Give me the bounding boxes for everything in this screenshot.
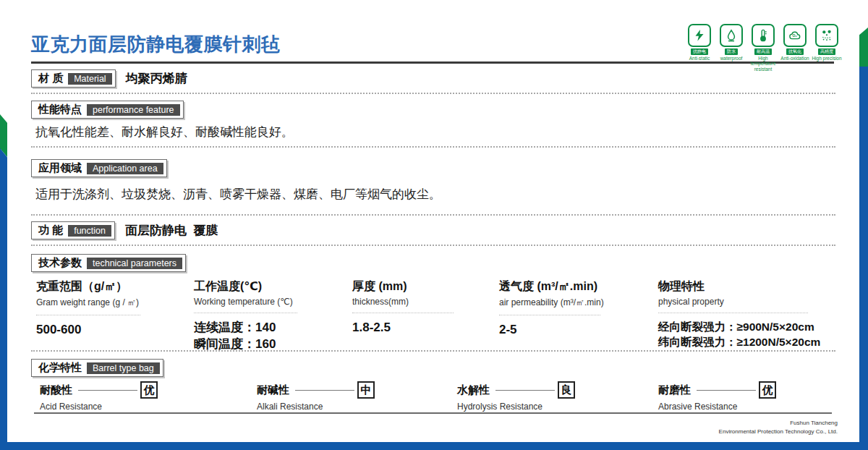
section-label-en: Application area: [87, 163, 163, 174]
section-label-en: Barrel type bag: [87, 362, 160, 374]
chem-item-hydrolysis: 水解性 良 Hydrolysis Resistance: [457, 381, 575, 412]
left-edge-blue-strip: [0, 148, 7, 442]
datasheet-page: 亚克力面层防静电覆膜针刺毡 抗静电 Anti-static 防水 waterpr…: [0, 0, 868, 450]
badge-high-temperature: 耐高温 High temperature resistant: [748, 24, 778, 72]
badge-label-zh: 高精度: [818, 48, 835, 55]
chem-name-zh: 耐酸性: [40, 383, 72, 397]
mini-dotted-divider: [352, 313, 454, 313]
footer-company-line2: Environmental Protection Technology Co.,…: [719, 428, 838, 436]
chem-connector-line: [697, 390, 756, 391]
tech-value-line2: 纬向断裂强力：≥1200N/5×20cm: [658, 335, 850, 350]
lightning-icon: [688, 24, 711, 47]
tech-header-en: Gram weight range (g / ㎡): [36, 297, 181, 309]
chem-name-zh: 耐碱性: [257, 383, 289, 397]
dotted-divider: [31, 214, 835, 216]
tech-col-air-permeability: 透气度 (m³/㎡.min) air permeability (m³/㎡.mi…: [499, 279, 644, 339]
mini-dotted-divider: [194, 313, 297, 313]
tech-value: 2-5: [499, 322, 644, 339]
material-value: 均聚丙烯腈: [126, 70, 187, 87]
tech-col-working-temperature: 工作温度(℃) Working temperature (℃) 连续温度：140…: [194, 279, 342, 353]
chem-item-acid: 耐酸性 优 Acid Resistance: [40, 381, 158, 412]
mini-dotted-divider: [658, 313, 808, 313]
section-label-zh: 功 能: [38, 224, 63, 237]
chem-item-alkali: 耐碱性 中 Alkali Resistance: [257, 381, 375, 412]
section-label-tech: 技术参数 technical parameters: [31, 254, 186, 272]
section-label-en: function: [68, 225, 111, 237]
badge-label-en: High temperature resistant: [748, 56, 778, 72]
bottom-blue-bar: [0, 442, 868, 450]
chem-item-row: 耐酸性 优: [40, 381, 158, 399]
tech-header-zh: 克重范围（g/㎡）: [36, 279, 181, 294]
chem-connector-line: [495, 390, 555, 391]
section-function: 功 能 function 面层防静电 覆膜: [31, 221, 218, 239]
dotted-divider: [31, 350, 835, 352]
right-edge-green-accent: [859, 27, 868, 67]
badge-label-en: waterproof: [720, 56, 743, 61]
waterdrop-icon: [720, 24, 743, 47]
tech-value: 500-600: [36, 322, 181, 339]
chem-connector-line: [78, 390, 137, 391]
right-edge-blue-strip: [859, 67, 868, 442]
badge-label-en: Anti-oxidation: [780, 56, 809, 61]
chem-name-en: Hydrolysis Resistance: [457, 402, 575, 412]
section-label-chemical: 化学特性 Barrel type bag: [31, 359, 163, 377]
mini-dotted-divider: [499, 315, 600, 315]
thermometer-icon: [752, 24, 775, 47]
tech-header-zh: 厚度 (mm): [352, 279, 468, 294]
tech-header-zh: 工作温度(℃): [194, 279, 342, 294]
tech-header-en: Working temperature (℃): [194, 297, 342, 307]
tech-value-line1: 经向断裂强力：≥900N/5×20cm: [658, 320, 850, 335]
chem-item-abrasive: 耐磨性 优 Abrasive Resistance: [658, 381, 776, 412]
section-label-zh: 性能特点: [38, 103, 82, 116]
chem-item-row: 耐磨性 优: [658, 381, 776, 399]
chem-grade-badge: 良: [558, 381, 575, 399]
chem-name-zh: 水解性: [457, 383, 490, 397]
section-label-material: 材 质 Material: [31, 69, 116, 88]
chem-name-en: Abrasive Resistance: [658, 402, 776, 412]
svg-text:O₂: O₂: [793, 33, 797, 38]
section-label-zh: 应用领域: [38, 161, 82, 175]
section-chemical: 化学特性 Barrel type bag: [31, 359, 163, 377]
footer-company: Fushun Tiancheng Environmental Protectio…: [719, 419, 838, 436]
chem-grade-badge: 中: [357, 381, 375, 399]
chem-item-row: 水解性 良: [457, 381, 575, 399]
chem-item-row: 耐碱性 中: [257, 381, 375, 399]
cloud-o2-icon: O₂: [783, 24, 807, 47]
dotted-divider: [31, 245, 835, 246]
application-text: 适用于洗涤剂、垃圾焚烧、沥青、喷雾干燥器、煤磨、电厂等烟气的收尘。: [35, 186, 441, 203]
section-label-performance: 性能特点 performance feature: [31, 101, 184, 119]
chem-grade-badge: 优: [759, 381, 776, 399]
page-title: 亚克力面层防静电覆膜针刺毡: [31, 32, 281, 57]
badge-anti-static: 抗静电 Anti-static: [684, 24, 715, 72]
tech-header-en: air permeability (m³/㎡.min): [499, 297, 644, 309]
section-performance: 性能特点 performance feature: [31, 101, 184, 119]
performance-text: 抗氧化性能差、耐水解良好、耐酸碱性能良好。: [35, 124, 294, 140]
badge-waterproof: 防水 waterproof: [716, 24, 746, 72]
footer-company-line1: Fushun Tiancheng: [719, 419, 838, 428]
badge-high-precision: 高精度 High precision: [812, 24, 842, 72]
function-value: 面层防静电 覆膜: [125, 222, 218, 239]
section-label-application: 应用领域 Application area: [31, 159, 167, 177]
badge-label-en: Anti-static: [689, 56, 710, 61]
dots-icon: [815, 24, 838, 47]
feature-badges: 抗静电 Anti-static 防水 waterproof: [684, 24, 842, 72]
chem-name-en: Acid Resistance: [40, 402, 158, 412]
tech-header-zh: 透气度 (m³/㎡.min): [499, 279, 644, 294]
chem-connector-line: [295, 390, 354, 391]
dotted-divider: [31, 93, 835, 94]
badge-label-zh: 耐高温: [754, 48, 772, 55]
chem-name-zh: 耐磨性: [658, 383, 691, 397]
chem-grade-badge: 优: [140, 381, 158, 399]
mini-dotted-divider: [36, 315, 140, 315]
section-application: 应用领域 Application area: [31, 159, 167, 177]
tech-col-gram-weight: 克重范围（g/㎡） Gram weight range (g / ㎡) 500-…: [36, 279, 181, 339]
section-material: 材 质 Material 均聚丙烯腈: [31, 69, 187, 88]
chem-name-en: Alkali Resistance: [257, 402, 375, 412]
footer-divider: [34, 412, 832, 414]
section-label-zh: 化学特性: [38, 361, 82, 375]
section-label-en: Material: [68, 73, 111, 85]
tech-value: 1.8-2.5: [352, 320, 468, 336]
tech-header-zh: 物理特性: [658, 279, 850, 294]
dotted-divider: [31, 146, 835, 148]
section-label-en: performance feature: [87, 104, 180, 116]
